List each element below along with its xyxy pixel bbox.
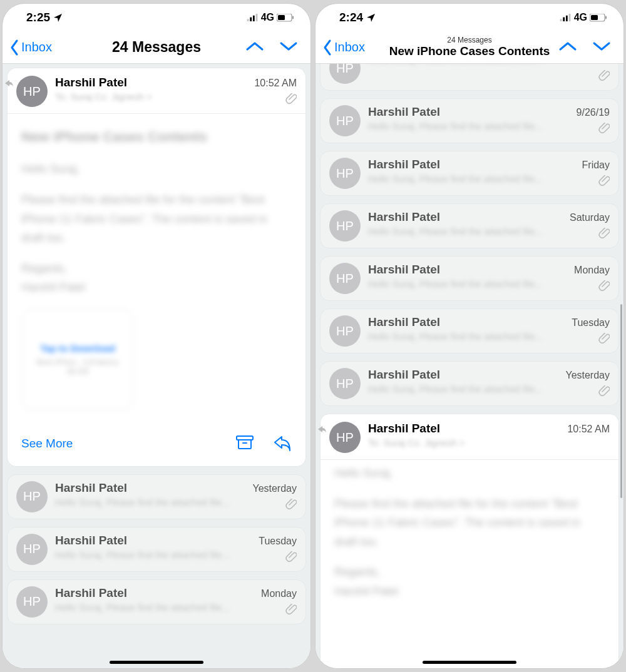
next-message-button[interactable] — [592, 40, 611, 55]
status-time: 2:24 — [339, 11, 363, 24]
avatar: HP — [329, 315, 361, 347]
reply-button[interactable] — [273, 434, 292, 454]
scrollbar[interactable] — [620, 304, 622, 498]
preview-text: Hello Suraj, Please find the attached fi… — [55, 497, 297, 507]
signal-icon — [560, 14, 572, 22]
nav-bar: Inbox 24 Messages New iPhone Cases Conte… — [316, 31, 623, 64]
avatar: HP — [329, 158, 361, 189]
nav-title: New iPhone Cases Contents — [389, 44, 550, 58]
message-collapsed[interactable]: HP Harshil Patel9/26/19 Hello Suraj, Ple… — [321, 99, 618, 143]
message-collapsed[interactable]: HP Hello Suraj, Please find the attached… — [321, 64, 618, 90]
message-time: Tuesday — [259, 536, 297, 547]
message-open[interactable]: HP Harshil Patel 10:52 AM To: Suraj Cc: … — [8, 68, 305, 466]
nav-subtitle: 24 Messages — [447, 36, 491, 45]
avatar[interactable]: HP — [16, 76, 48, 107]
message-collapsed[interactable]: HP Harshil PatelMonday Hello Suraj, Plea… — [321, 257, 618, 300]
reply-indicator-icon — [317, 424, 327, 437]
message-collapsed[interactable]: HP Harshil PatelSaturday Hello Suraj, Pl… — [321, 204, 618, 248]
attachment-icon — [285, 93, 297, 107]
archive-button[interactable] — [235, 434, 254, 454]
message-collapsed[interactable]: HP Harshil PatelTuesday Hello Suraj, Ple… — [321, 309, 618, 353]
message-time: 10:52 AM — [254, 78, 297, 89]
attachment-icon — [598, 385, 610, 399]
message-subject: New iPhone Cases Contents — [21, 125, 292, 148]
location-icon — [53, 13, 63, 23]
home-indicator[interactable] — [110, 661, 203, 664]
avatar: HP — [329, 64, 361, 84]
prev-message-button[interactable] — [245, 40, 264, 55]
battery-icon — [277, 14, 294, 22]
attachment-icon — [598, 70, 610, 84]
recipients-line[interactable]: To: Suraj Cc: Jignesh > — [368, 437, 610, 448]
avatar: HP — [16, 534, 48, 565]
battery-icon — [590, 14, 607, 22]
sender-name: Harshil Patel — [55, 481, 127, 495]
home-indicator[interactable] — [423, 661, 516, 664]
message-collapsed[interactable]: HP Harshil PatelFriday Hello Suraj, Plea… — [321, 151, 618, 195]
message-time: 10:52 AM — [567, 424, 610, 435]
message-open[interactable]: HP Harshil Patel 10:52 AM To: Suraj Cc: … — [321, 414, 618, 668]
avatar: HP — [16, 586, 48, 618]
attachment-icon — [598, 228, 610, 242]
back-button[interactable]: Inbox — [9, 39, 52, 56]
network-label: 4G — [261, 12, 274, 23]
nav-bar: Inbox 24 Messages — [3, 31, 310, 64]
status-bar: 2:25 4G — [3, 4, 310, 31]
device-left: 2:25 4G Inbox 24 Messages HP — [2, 3, 311, 669]
attachment-icon — [598, 123, 610, 136]
attachment-icon — [598, 280, 610, 294]
back-label: Inbox — [334, 40, 365, 54]
message-body: Hello Suraj, Please find the attached fi… — [321, 459, 618, 610]
attachment-icon — [285, 551, 297, 565]
preview-text: Hello Suraj, Please find the attached fi… — [55, 602, 297, 613]
signal-icon — [247, 14, 259, 22]
attachment-icon — [285, 604, 297, 618]
preview-text: Hello Suraj, Please find the attached fi… — [55, 549, 297, 560]
nav-title: 24 Messages — [112, 39, 201, 55]
sender-name: Harshil Patel — [368, 422, 440, 435]
sender-name: Harshil Patel — [55, 76, 127, 89]
recipients-line[interactable]: To: Suraj Cc: Jignesh > — [55, 91, 297, 102]
next-message-button[interactable] — [279, 40, 298, 55]
preview-text: Hello Suraj, Please find the attached fi… — [368, 64, 610, 65]
back-label: Inbox — [21, 40, 52, 54]
message-collapsed[interactable]: HP Harshil Patel Yesterday Hello Suraj, … — [8, 475, 305, 519]
message-collapsed[interactable]: HP Harshil PatelYesterday Hello Suraj, P… — [321, 362, 618, 405]
device-right: 2:24 4G Inbox 24 Messages New iPhone Cas… — [315, 3, 624, 669]
avatar: HP — [16, 481, 48, 512]
sender-name: Harshil Patel — [55, 586, 127, 600]
see-more-button[interactable]: See More — [21, 437, 73, 451]
message-time: Yesterday — [252, 483, 297, 494]
avatar: HP — [329, 368, 361, 399]
location-icon — [366, 13, 376, 23]
avatar: HP — [329, 105, 361, 136]
attachment-box[interactable]: Tap to Download Best iPhon...11Fabrics 3… — [21, 310, 134, 410]
status-bar: 2:24 4G — [316, 4, 623, 31]
avatar: HP — [329, 210, 361, 242]
status-time: 2:25 — [26, 11, 50, 24]
network-label: 4G — [574, 12, 587, 23]
message-time: Monday — [261, 588, 297, 599]
message-collapsed[interactable]: HP Harshil Patel Tuesday Hello Suraj, Pl… — [8, 527, 305, 571]
message-collapsed[interactable]: HP Harshil Patel Monday Hello Suraj, Ple… — [8, 580, 305, 624]
prev-message-button[interactable] — [558, 40, 577, 55]
attachment-icon — [598, 175, 610, 189]
sender-name: Harshil Patel — [55, 534, 127, 547]
attachment-icon — [598, 333, 610, 347]
avatar: HP — [329, 263, 361, 294]
attachment-icon — [285, 499, 297, 512]
message-body: New iPhone Cases Contents Hello Suraj, P… — [8, 113, 305, 425]
avatar[interactable]: HP — [329, 422, 361, 453]
reply-indicator-icon — [4, 78, 14, 91]
back-button[interactable]: Inbox — [322, 39, 365, 56]
